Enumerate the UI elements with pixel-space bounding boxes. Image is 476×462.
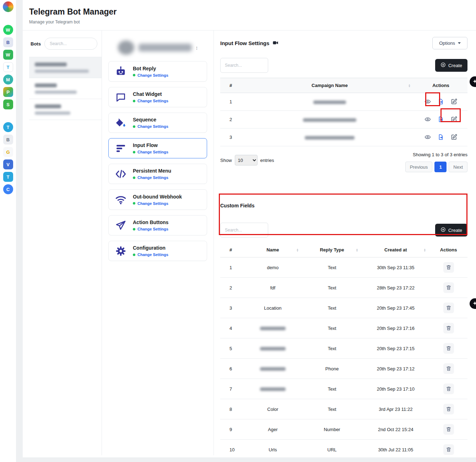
- blurred-field-name: [260, 327, 286, 330]
- custom-field-row: 8 Color Text 3rd Apr 23 11:22: [220, 399, 467, 419]
- change-settings-link[interactable]: Change Settings: [137, 227, 168, 231]
- delete-button[interactable]: [443, 424, 454, 435]
- delete-button[interactable]: [443, 303, 454, 313]
- options-button[interactable]: Options: [432, 37, 467, 49]
- change-settings-link[interactable]: Change Settings: [137, 99, 168, 103]
- change-settings-link[interactable]: Change Settings: [137, 201, 168, 206]
- card-action-buttons[interactable]: Action Buttons Change Settings: [108, 215, 207, 235]
- sort-icon[interactable]: ▲▼: [423, 248, 426, 252]
- export-button[interactable]: [437, 115, 445, 123]
- created-at: 2nd Oct 22 15:24: [362, 419, 429, 440]
- custom-field-row: 7 Text 20th Sep 23 17:10: [220, 379, 467, 399]
- delete-button[interactable]: [443, 444, 454, 455]
- card-persistent-menu[interactable]: Persistent Menu Change Settings: [108, 164, 207, 184]
- card-bot-reply[interactable]: Bot Reply Change Settings: [108, 61, 207, 82]
- row-number: 4: [220, 318, 243, 338]
- change-settings-link[interactable]: Change Settings: [137, 73, 168, 77]
- card-sequence[interactable]: Sequence Change Settings: [108, 113, 207, 133]
- sort-icon[interactable]: ▲▼: [356, 248, 358, 252]
- custom-field-row: 4 Text 20th Sep 23 17:16: [220, 318, 467, 338]
- edit-button[interactable]: [450, 133, 458, 141]
- previous-page-button[interactable]: Previous: [405, 162, 433, 172]
- view-button[interactable]: [424, 133, 432, 141]
- pagination: Previous 1 Next: [405, 162, 467, 172]
- edit-button[interactable]: [450, 98, 458, 105]
- card-chat-widget[interactable]: Chat Widget Change Settings: [108, 87, 207, 107]
- next-page-button[interactable]: Next: [449, 162, 467, 172]
- card-configuration[interactable]: Configuration Change Settings: [108, 241, 207, 261]
- campaign-name-cell: [245, 129, 414, 146]
- viber-icon[interactable]: V: [3, 159, 13, 169]
- column-header-reply-type[interactable]: Reply Type ▲▼: [302, 243, 362, 257]
- per-page-select[interactable]: 10: [235, 155, 258, 165]
- create-label: Create: [448, 63, 462, 68]
- blurred-field-name: [260, 387, 286, 391]
- reply-type: Text: [302, 399, 362, 419]
- change-settings-link[interactable]: Change Settings: [137, 150, 168, 154]
- bot-builder-icon[interactable]: B: [3, 37, 13, 47]
- page-button-1[interactable]: 1: [434, 162, 447, 172]
- messenger-icon[interactable]: M: [3, 75, 13, 85]
- shop-icon[interactable]: S: [3, 99, 13, 109]
- blurred-bot-username: [35, 70, 89, 73]
- robot-icon[interactable]: B: [3, 135, 13, 145]
- field-name: [243, 338, 302, 359]
- view-button[interactable]: [424, 115, 432, 123]
- bots-search-input[interactable]: [44, 38, 97, 50]
- flow-create-button[interactable]: Create: [435, 59, 467, 72]
- group-icon[interactable]: G: [3, 147, 13, 157]
- export-button[interactable]: [437, 133, 445, 141]
- reply-type: Text: [302, 379, 362, 399]
- export-button[interactable]: [437, 98, 445, 105]
- reply-type: Text: [302, 338, 362, 359]
- custom-fields-create-button[interactable]: Create: [435, 224, 467, 237]
- delete-button[interactable]: [443, 323, 454, 333]
- edit-button[interactable]: [450, 115, 458, 123]
- blurred-field-name: [260, 347, 286, 350]
- content-panel: Input Flow Settings Options: [214, 31, 476, 455]
- chat-widget-icon: [114, 92, 128, 103]
- column-header-name[interactable]: Name ▲▼: [243, 243, 302, 257]
- change-settings-link[interactable]: Change Settings: [137, 175, 168, 180]
- column-header-actions: Actions: [429, 243, 467, 257]
- custom-fields-search-input[interactable]: [220, 223, 268, 238]
- delete-button[interactable]: [443, 282, 454, 293]
- app-logo-icon[interactable]: [3, 1, 13, 12]
- sort-icon[interactable]: ▲▼: [296, 248, 299, 252]
- reply-type: Text: [302, 298, 362, 318]
- delete-button[interactable]: [443, 262, 454, 273]
- telegram-icon[interactable]: T: [3, 122, 13, 132]
- delete-button[interactable]: [443, 384, 454, 394]
- delete-button[interactable]: [443, 404, 454, 414]
- bot-list-item[interactable]: [29, 78, 102, 99]
- sequence-icon: [114, 117, 128, 129]
- bot-list-item[interactable]: [29, 57, 102, 78]
- column-header[interactable]: #: [220, 243, 243, 257]
- column-header-campaign[interactable]: Campaign Name ▲▼: [245, 78, 414, 93]
- change-settings-link[interactable]: Change Settings: [137, 124, 168, 129]
- card-input-flow[interactable]: Input Flow Change Settings: [108, 138, 207, 158]
- view-button[interactable]: [424, 98, 432, 105]
- flow-search-input[interactable]: [220, 58, 268, 73]
- telegram-star-icon[interactable]: T: [3, 172, 13, 182]
- chat-icon[interactable]: C: [3, 184, 13, 194]
- blurred-bot-name: [35, 83, 57, 87]
- change-settings-link[interactable]: Change Settings: [137, 252, 168, 257]
- delete-button[interactable]: [443, 343, 454, 354]
- bot-list-item[interactable]: [29, 99, 102, 120]
- card-outbound-webhook[interactable]: Out-bound Webhook Change Settings: [108, 189, 207, 210]
- column-header-created-at[interactable]: Created at ▲▼: [362, 243, 429, 257]
- field-name: Color: [243, 399, 302, 419]
- whatsapp-icon[interactable]: W: [3, 25, 13, 35]
- column-header[interactable]: #: [220, 78, 245, 93]
- created-at: 30th Sep 23 11:35: [362, 257, 429, 278]
- blurred-bot-name: [35, 62, 67, 66]
- campaign-row: 1: [220, 93, 467, 111]
- telegram-broadcast-icon[interactable]: T: [3, 62, 13, 72]
- parrot-icon[interactable]: P: [3, 87, 13, 97]
- sort-icon[interactable]: ▲▼: [408, 84, 411, 87]
- whatsapp-business-icon[interactable]: W: [3, 50, 13, 60]
- delete-button[interactable]: [443, 363, 454, 374]
- campaign-row: 3: [220, 129, 467, 146]
- custom-field-row: 10 Urls URL 30th Jul 22 11:05: [220, 440, 467, 460]
